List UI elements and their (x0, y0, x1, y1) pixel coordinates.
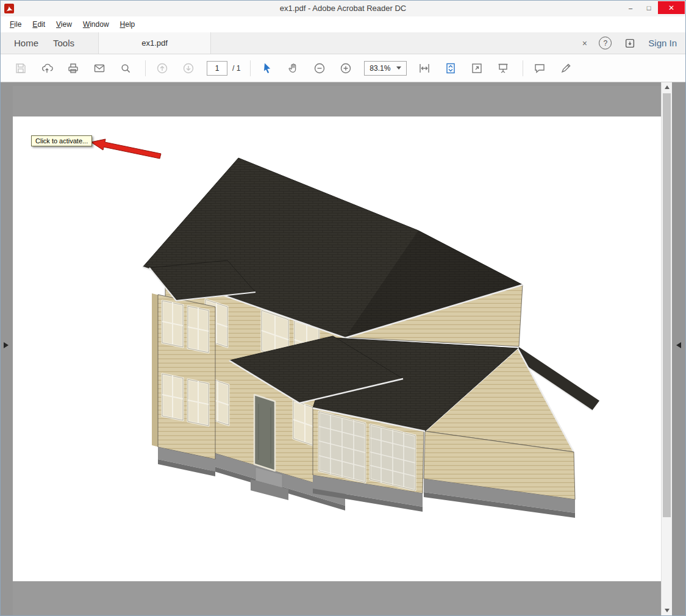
fullscreen-button[interactable] (469, 60, 485, 76)
next-page-button[interactable] (180, 60, 196, 76)
acrobat-window: ex1.pdf - Adobe Acrobat Reader DC – □ ✕ … (0, 0, 686, 616)
tabbar-right-cluster: ? Sign In (599, 32, 677, 54)
scrollbar-thumb[interactable] (663, 93, 671, 517)
toolbar-separator (523, 60, 523, 76)
help-icon[interactable]: ? (599, 37, 612, 49)
pointer-icon (260, 62, 274, 75)
menu-help[interactable]: Help (115, 18, 141, 31)
left-panel-toggle-icon[interactable] (2, 340, 10, 351)
notifications-icon[interactable] (624, 37, 636, 49)
activate-tooltip[interactable]: Click to activate... (31, 135, 92, 146)
save-button[interactable] (13, 60, 29, 76)
window-title: ex1.pdf - Adobe Acrobat Reader DC (1, 1, 685, 16)
toolbar-separator (250, 60, 251, 76)
tab-close-icon[interactable]: × (579, 32, 591, 54)
pointer-tool-button[interactable] (259, 60, 275, 76)
bay-window (162, 374, 183, 420)
sunroom-window (319, 412, 365, 482)
search-icon (119, 62, 132, 75)
titlebar: ex1.pdf - Adobe Acrobat Reader DC – □ ✕ (1, 1, 685, 16)
zoom-in-button[interactable] (338, 60, 354, 76)
scrollbar-up-icon[interactable] (662, 82, 672, 92)
email-button[interactable] (91, 60, 107, 76)
cloud-upload-button[interactable] (39, 60, 55, 76)
hand-tool-button[interactable] (285, 60, 301, 76)
close-icon[interactable]: ✕ (658, 1, 685, 14)
fit-width-icon (418, 62, 431, 75)
comment-button[interactable] (532, 60, 548, 76)
page-bottom-margin (13, 581, 662, 616)
menu-window[interactable]: Window (77, 18, 115, 31)
zoom-value: 83.1% (370, 64, 390, 73)
right-panel-toggle-icon[interactable] (674, 340, 683, 351)
window-controls: – □ ✕ (621, 1, 685, 14)
zoom-out-button[interactable] (312, 60, 327, 76)
fit-page-icon (444, 62, 457, 75)
email-icon (93, 62, 106, 75)
zoom-dropdown-caret-icon (396, 66, 401, 70)
toolbar: / 1 83.1% (1, 54, 685, 82)
comment-icon (533, 62, 546, 75)
cloud-upload-icon (40, 62, 54, 75)
menubar: File Edit View Window Help (1, 16, 685, 32)
pdf-page (13, 86, 662, 616)
page-total-label: / 1 (232, 64, 240, 73)
document-tab[interactable]: ex1.pdf (98, 32, 211, 54)
next-page-icon (182, 62, 195, 75)
vertical-scrollbar[interactable] (661, 82, 672, 615)
front-door (254, 395, 275, 471)
scrollbar-down-icon[interactable] (662, 606, 672, 615)
print-icon (66, 62, 80, 75)
search-button[interactable] (118, 60, 134, 76)
maximize-icon[interactable]: □ (640, 1, 658, 14)
sign-in-button[interactable]: Sign In (648, 38, 677, 48)
zoom-dropdown[interactable]: 83.1% (364, 61, 407, 76)
page-number-input[interactable] (207, 61, 227, 76)
highlighter-button[interactable] (558, 60, 574, 76)
page-top-margin (13, 86, 662, 116)
presentation-button[interactable] (495, 60, 511, 76)
save-icon (14, 62, 27, 75)
minimize-icon[interactable]: – (621, 1, 640, 14)
presentation-icon (496, 62, 510, 75)
sunroom-window (370, 424, 415, 490)
bay-window (188, 306, 209, 353)
toolbar-separator (145, 60, 146, 76)
help-glyph: ? (603, 39, 607, 48)
fit-page-button[interactable] (443, 60, 459, 76)
tab-tools[interactable]: Tools (45, 32, 83, 54)
tab-home[interactable]: Home (5, 32, 47, 54)
highlighter-icon (559, 62, 573, 75)
menu-file[interactable]: File (4, 18, 27, 31)
zoom-out-icon (313, 62, 326, 75)
menu-edit[interactable]: Edit (27, 18, 51, 31)
document-area: Click to activate... (1, 82, 685, 615)
print-button[interactable] (65, 60, 81, 76)
bay-window (188, 379, 209, 426)
hand-tool-icon (287, 62, 300, 75)
bay-window (162, 301, 183, 347)
tab-bar: Home Tools ex1.pdf × ? Sign In (1, 32, 685, 54)
fullscreen-icon (470, 62, 484, 75)
previous-page-icon (155, 62, 169, 75)
zoom-in-icon (339, 62, 352, 75)
previous-page-button[interactable] (154, 60, 170, 76)
menu-view[interactable]: View (51, 18, 77, 31)
fit-width-button[interactable] (416, 60, 432, 76)
